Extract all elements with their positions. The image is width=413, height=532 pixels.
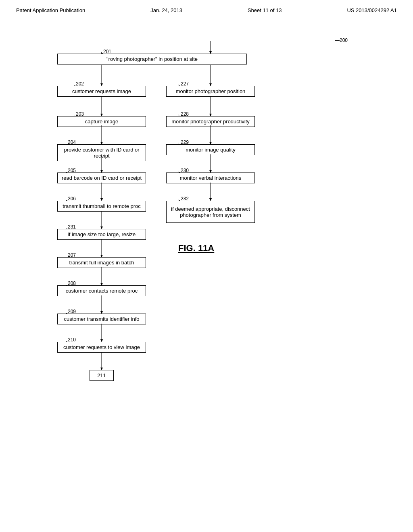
ref-229: ⌞229 xyxy=(178,139,189,145)
node-206: transmit thumbnail to remote proc xyxy=(57,201,146,212)
ref-209: ⌞209 xyxy=(65,309,76,314)
ref-230: ⌞230 xyxy=(178,168,189,173)
ref-232: ⌞232 xyxy=(178,196,189,202)
ref-207: ⌞207 xyxy=(65,252,76,258)
header-sheet: Sheet 11 of 13 xyxy=(248,7,282,13)
diagram-area: —200 "roving photographer" in position a… xyxy=(41,37,372,400)
ref-203: ⌞203 xyxy=(73,111,84,117)
ref-202: ⌞202 xyxy=(73,81,84,87)
node-227: monitor photographer position xyxy=(166,86,255,97)
ref-201: ⌞201 xyxy=(101,49,111,54)
node-231: if image size too large, resize xyxy=(57,229,146,240)
ref-227: ⌞227 xyxy=(178,81,189,87)
node-210: customer requests to view image xyxy=(57,342,146,353)
ref-200: —200 xyxy=(335,37,348,43)
header-left: Patent Application Publication xyxy=(16,7,85,13)
node-228: monitor photographer productivity xyxy=(166,116,255,127)
node-209: customer transmits identifier info xyxy=(57,314,146,324)
node-201: "roving photographer" in position at sit… xyxy=(57,54,247,64)
node-211: 211 xyxy=(90,370,114,381)
ref-204: ⌞204 xyxy=(65,139,76,145)
ref-208: ⌞208 xyxy=(65,281,76,286)
ref-231: ⌞231 xyxy=(65,224,76,230)
node-230: monitor verbal interactions xyxy=(166,172,255,183)
fig-label: FIG. 11A xyxy=(178,243,214,254)
node-204: provide customer with ID card or receipt xyxy=(57,144,146,161)
node-208: customer contacts remote proc xyxy=(57,285,146,296)
ref-210: ⌞210 xyxy=(65,337,76,343)
node-202: customer requests image xyxy=(57,86,146,97)
ref-228: ⌞228 xyxy=(178,111,189,117)
node-229: monitor image quality xyxy=(166,144,255,155)
ref-205: ⌞205 xyxy=(65,168,76,173)
node-232: if deemed appropriate, disconnect photog… xyxy=(166,201,255,223)
node-203: capture image xyxy=(57,116,146,127)
header-patent: US 2013/0024292 A1 xyxy=(347,7,397,13)
header-date: Jan. 24, 2013 xyxy=(150,7,182,13)
node-207: transmit full images in batch xyxy=(57,257,146,268)
page-header: Patent Application Publication Jan. 24, … xyxy=(0,0,413,13)
ref-206: ⌞206 xyxy=(65,196,76,202)
node-205: read barcode on ID card or receipt xyxy=(57,172,146,183)
